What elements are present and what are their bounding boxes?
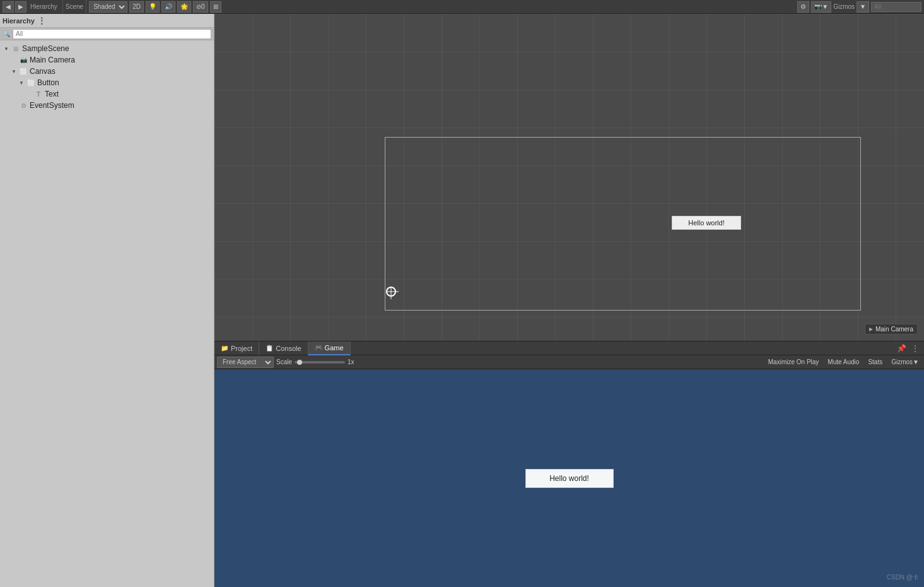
hierarchy-fwd-btn[interactable]: ▶ bbox=[15, 1, 26, 13]
scale-slider[interactable] bbox=[295, 361, 345, 364]
scale-label: Scale bbox=[276, 359, 292, 365]
hierarchy-toolbar: ◀ ▶ Hierarchy bbox=[0, 0, 63, 13]
hierarchy-tree: SampleScene Main Camera Canvas Button bbox=[0, 40, 214, 587]
button-icon bbox=[26, 78, 35, 87]
tree-item-eventsystem[interactable]: EventSystem bbox=[0, 100, 214, 111]
tab-project-label: Project bbox=[231, 345, 252, 352]
game-view: Hello world! CSDN @卡 bbox=[214, 369, 924, 587]
btn-grid[interactable]: ⊞ bbox=[210, 1, 221, 13]
text-icon bbox=[34, 90, 43, 98]
camera-icon bbox=[19, 56, 28, 64]
scale-container: Scale 1x bbox=[276, 359, 354, 365]
tree-label-text: Text bbox=[45, 90, 59, 98]
scene-icon bbox=[11, 44, 20, 53]
scene-label: Scene bbox=[66, 3, 83, 10]
aspect-dropdown[interactable]: Free Aspect bbox=[217, 357, 274, 368]
mute-audio-btn[interactable]: Mute Audio bbox=[825, 357, 862, 368]
center-handle bbox=[385, 285, 397, 298]
search-icon: 🔍 bbox=[3, 30, 10, 37]
shader-dropdown[interactable]: Shaded bbox=[89, 1, 127, 13]
camera-label-text: Main Camera bbox=[875, 326, 913, 333]
scene-tab-section: Scene bbox=[63, 0, 86, 13]
right-panel: Hello world! ▶ Main Camera 📁 Project bbox=[214, 14, 924, 587]
top-toolbar: ◀ ▶ Hierarchy Scene Shaded 2D 💡 🔊 🌟 ⊘0 ⊞… bbox=[0, 0, 924, 14]
canvas-icon bbox=[19, 67, 28, 76]
pin-btn[interactable]: 📌 bbox=[896, 343, 908, 354]
btn-effects[interactable]: 🌟 bbox=[177, 1, 191, 13]
btn-2d[interactable]: 2D bbox=[129, 1, 144, 13]
hierarchy-search-input[interactable] bbox=[13, 29, 211, 39]
scene-button-label: Hello world! bbox=[688, 219, 724, 227]
bottom-menu-btn[interactable]: ⋮ bbox=[910, 343, 920, 354]
tab-console-label: Console bbox=[276, 345, 301, 352]
canvas-rect bbox=[385, 137, 861, 311]
gizmos-label: Gizmos bbox=[833, 3, 855, 10]
tree-item-text[interactable]: Text bbox=[0, 88, 214, 100]
btn-settings[interactable]: ⚙ bbox=[797, 1, 809, 13]
arrow-canvas bbox=[10, 68, 18, 75]
inspector-search[interactable] bbox=[871, 2, 921, 12]
hierarchy-search-box: 🔍 bbox=[0, 28, 214, 40]
tab-project[interactable]: 📁 Project bbox=[214, 341, 259, 355]
scale-thumb bbox=[297, 360, 302, 365]
center-handle-inner bbox=[386, 287, 396, 297]
camera-label-arrow: ▶ bbox=[869, 326, 873, 332]
bottom-tabs: 📁 Project 📋 Console 🎮 Game 📌 ⋮ bbox=[214, 341, 924, 355]
watermark: CSDN @卡 bbox=[887, 573, 919, 582]
console-tab-icon: 📋 bbox=[266, 345, 273, 352]
btn-audio[interactable]: 🔊 bbox=[161, 1, 175, 13]
hierarchy-back-btn[interactable]: ◀ bbox=[3, 1, 14, 13]
hierarchy-panel: Hierarchy ⋮ 🔍 SampleScene Main Camera bbox=[0, 14, 214, 587]
tree-label-samplescene: SampleScene bbox=[22, 44, 69, 53]
bottom-panels: 📁 Project 📋 Console 🎮 Game 📌 ⋮ bbox=[214, 341, 924, 587]
hierarchy-title: Hierarchy bbox=[3, 17, 35, 25]
stats-btn[interactable]: Stats bbox=[865, 357, 885, 368]
gizmos-arrow[interactable]: ▼ bbox=[857, 1, 869, 13]
game-button-label: Hello world! bbox=[549, 474, 589, 483]
arrow-button bbox=[18, 79, 25, 86]
tree-item-canvas[interactable]: Canvas bbox=[0, 66, 214, 77]
tree-label-eventsystem: EventSystem bbox=[30, 101, 74, 110]
hierarchy-header: Hierarchy ⋮ bbox=[0, 14, 214, 28]
tree-item-button[interactable]: Button bbox=[0, 77, 214, 88]
project-tab-icon: 📁 bbox=[221, 345, 228, 352]
tree-label-canvas: Canvas bbox=[30, 67, 56, 76]
hierarchy-menu-btn[interactable]: ⋮ bbox=[35, 16, 49, 26]
tab-game-label: Game bbox=[325, 344, 344, 352]
scene-view: Hello world! ▶ Main Camera bbox=[214, 14, 924, 341]
btn-hide[interactable]: ⊘0 bbox=[193, 1, 208, 13]
btn-light[interactable]: 💡 bbox=[146, 1, 160, 13]
tree-item-samplescene[interactable]: SampleScene bbox=[0, 43, 214, 54]
tree-item-maincamera[interactable]: Main Camera bbox=[0, 54, 214, 66]
main-layout: Hierarchy ⋮ 🔍 SampleScene Main Camera bbox=[0, 14, 924, 587]
game-tab-icon: 🎮 bbox=[315, 344, 322, 351]
gizmos-game-btn[interactable]: Gizmos ▼ bbox=[889, 357, 921, 368]
camera-label-widget: ▶ Main Camera bbox=[865, 324, 918, 335]
gizmos-game-arrow: ▼ bbox=[913, 359, 919, 365]
game-right-controls: Maximize On Play Mute Audio Stats Gizmos… bbox=[766, 357, 921, 368]
tab-console[interactable]: 📋 Console bbox=[259, 341, 308, 355]
tree-label-button: Button bbox=[37, 78, 59, 87]
btn-camera-mode[interactable]: 📷▼ bbox=[811, 1, 831, 13]
hierarchy-label: Hierarchy bbox=[28, 3, 60, 10]
tab-game[interactable]: 🎮 Game bbox=[308, 341, 351, 355]
bottom-right-btns: 📌 ⋮ bbox=[896, 343, 924, 354]
game-button-widget[interactable]: Hello world! bbox=[525, 469, 614, 488]
arrow-samplescene bbox=[3, 45, 10, 52]
inspector-toolbar: ⚙ 📷▼ Gizmos ▼ bbox=[795, 1, 924, 13]
scene-button-widget: Hello world! bbox=[672, 216, 741, 230]
gizmos-game-label: Gizmos bbox=[891, 359, 913, 365]
scale-value: 1x bbox=[348, 359, 354, 365]
scene-toolbar-controls: Shaded 2D 💡 🔊 🌟 ⊘0 ⊞ bbox=[86, 1, 795, 13]
game-controls-bar: Free Aspect Scale 1x Maximize On Play Mu… bbox=[214, 355, 924, 369]
maximize-btn[interactable]: Maximize On Play bbox=[766, 357, 822, 368]
eventsys-icon bbox=[19, 101, 28, 110]
tree-label-maincamera: Main Camera bbox=[30, 56, 75, 64]
